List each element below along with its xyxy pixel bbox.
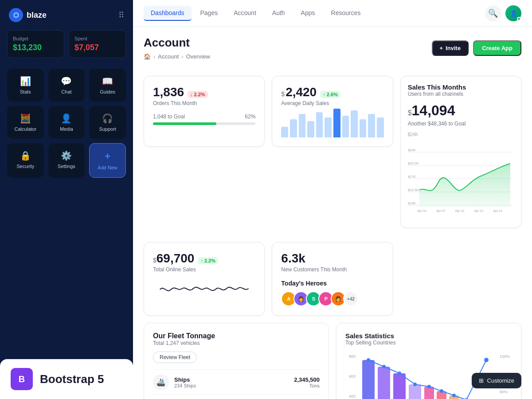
fleet-item-trucks: 🚛 Trucks 1,460 Trucks 457,200 Tons	[153, 395, 320, 399]
sidebar-item-add-new[interactable]: + Add New	[89, 143, 126, 178]
sidebar-item-chat[interactable]: 💬 Chat	[48, 69, 85, 102]
customize-button[interactable]: ⊞ Customize	[472, 373, 521, 388]
breadcrumb-account[interactable]: Account	[158, 53, 179, 60]
bar-chart	[281, 106, 383, 137]
bar-1	[290, 119, 297, 137]
ships-value: 2,345,500 Tons	[294, 376, 320, 388]
progress-fill	[153, 122, 216, 125]
tab-auth[interactable]: Auth	[265, 6, 292, 21]
daily-label: Average Daily Sales	[281, 100, 383, 106]
bar-7	[342, 116, 349, 137]
nav-tabs: Dashboards Pages Account Auth Apps Resou…	[144, 6, 368, 21]
page-header: Account 🏠 › Account › Overview + Invite	[133, 27, 532, 69]
review-fleet-button[interactable]: Review Fleet	[153, 352, 197, 363]
svg-text:Apr 13: Apr 13	[474, 209, 483, 213]
sidebar-item-settings[interactable]: ⚙️ Settings	[48, 143, 85, 178]
bar-4	[316, 112, 323, 137]
daily-badge-value: 2.6%	[327, 92, 338, 97]
orders-value: 1,836	[153, 85, 184, 99]
spent-card: Spent $7,057	[69, 30, 126, 58]
invite-button[interactable]: + Invite	[432, 40, 469, 56]
chat-icon: 💬	[61, 76, 72, 86]
bar-3	[307, 121, 314, 137]
stats-row-2: $ 69,700 ↑ 2.2% Total Online Sales	[133, 235, 532, 316]
bar-8	[351, 110, 358, 137]
sidebar-label-add-new: Add New	[98, 165, 117, 170]
guides-icon: 📖	[102, 76, 113, 86]
orders-card: 1,836 ↓ 2.2% Orders This Month 1,048 to …	[144, 76, 265, 147]
sidebar-item-stats[interactable]: 📊 Stats	[7, 69, 44, 102]
another-label: Another $48,346 to Goal	[408, 121, 514, 127]
svg-text:100%: 100%	[500, 354, 510, 359]
svg-text:$24K: $24K	[408, 148, 416, 152]
y-label-1: $24K	[408, 132, 418, 137]
sidebar-item-calculator[interactable]: 🧮 Calculator	[7, 106, 44, 139]
daily-sales-card: $ 2,420 ↑ 2.6% Average Daily Sales	[272, 76, 393, 147]
budget-value: $13,230	[13, 43, 59, 52]
sidebar-item-security[interactable]: 🔒 Security	[7, 143, 44, 178]
ships-unit: Tons	[294, 383, 320, 388]
nav-grid: 📊 Stats 💬 Chat 📖 Guides 🧮 Calculator 👤 M…	[0, 65, 133, 181]
bootstrap-label: Bootstrap 5	[40, 372, 104, 386]
avatar[interactable]: 👤	[505, 5, 521, 21]
online-sales-card: $ 69,700 ↑ 2.2% Total Online Sales	[144, 242, 265, 316]
tab-apps[interactable]: Apps	[294, 6, 322, 21]
progress-bar	[153, 122, 255, 125]
avatar-online-dot	[517, 17, 521, 21]
add-new-icon: +	[105, 151, 110, 162]
customize-label: Customize	[487, 377, 514, 384]
bar-9	[360, 119, 367, 137]
bar-2	[299, 114, 306, 137]
online-arrow: ↑	[200, 258, 203, 263]
orders-badge-value: 2.2%	[194, 92, 205, 97]
online-value: 69,700	[156, 251, 195, 266]
logo-text: blaze	[27, 11, 47, 20]
create-app-button[interactable]: Create App	[473, 40, 521, 56]
sidebar-label-support: Support	[99, 126, 116, 132]
breadcrumb-home[interactable]: 🏠	[144, 53, 151, 60]
sales-prefix: $	[408, 109, 412, 117]
svg-text:Apr 04: Apr 04	[417, 209, 426, 213]
sales-big-value: 14,094	[412, 102, 455, 119]
svg-text:600: 600	[349, 374, 356, 379]
tab-resources[interactable]: Resources	[324, 6, 368, 21]
security-icon: 🔒	[20, 150, 31, 161]
daily-badge-arrow: ↑	[323, 92, 325, 97]
top-nav: Dashboards Pages Account Auth Apps Resou…	[133, 0, 532, 27]
search-icon[interactable]: 🔍	[485, 5, 501, 21]
sales-month-card: Sales This Months Users from all channel…	[400, 76, 521, 228]
invite-icon: +	[440, 45, 443, 51]
menu-icon[interactable]: ⠿	[118, 10, 124, 20]
tab-pages[interactable]: Pages	[193, 6, 225, 21]
online-label: Total Online Sales	[153, 266, 255, 273]
budget-card: Budget $13,230	[7, 30, 64, 58]
sidebar-item-media[interactable]: 👤 Media	[48, 106, 85, 139]
fleet-card: Our Fleet Tonnage Total 1,247 vehicles R…	[144, 323, 329, 399]
ships-count: 234 Ships	[174, 383, 196, 388]
svg-text:400: 400	[349, 394, 356, 399]
sidebar-header: ⬡ blaze ⠿	[0, 0, 133, 30]
tab-account[interactable]: Account	[227, 6, 263, 21]
svg-rect-19	[362, 360, 375, 399]
spent-value: $7,057	[74, 43, 120, 52]
goal-pct: 62%	[245, 113, 255, 120]
content-area: Dashboards Pages Account Auth Apps Resou…	[133, 0, 532, 399]
svg-rect-23	[424, 387, 434, 399]
sidebar-item-support[interactable]: 🎧 Support	[89, 106, 126, 139]
sales-month-sub: Users from all channels	[408, 91, 514, 97]
bar-6	[333, 109, 340, 137]
line-chart-svg: $24K $20.5K $17K $13.5K $10K	[408, 139, 514, 219]
new-customers-card: 6.3k New Customers This Month Today's He…	[272, 242, 393, 316]
svg-text:Apr 16: Apr 16	[493, 209, 502, 213]
orders-badge-arrow: ↓	[190, 92, 193, 97]
fleet-item-ships: 🚢 Ships 234 Ships 2,345,500 Tons	[153, 369, 320, 395]
heroes-title: Today's Heroes	[281, 280, 383, 287]
online-prefix: $	[153, 257, 156, 264]
sidebar-item-guides[interactable]: 📖 Guides	[89, 69, 126, 102]
svg-text:Apr 10: Apr 10	[455, 209, 464, 213]
breadcrumb-overview[interactable]: Overview	[186, 53, 210, 60]
orders-badge: ↓ 2.2%	[188, 91, 208, 98]
tab-dashboards[interactable]: Dashboards	[144, 6, 192, 21]
sidebar-label-media: Media	[60, 126, 73, 132]
sidebar: ⬡ blaze ⠿ Budget $13,230 Spent $7,057 📊 …	[0, 0, 133, 399]
